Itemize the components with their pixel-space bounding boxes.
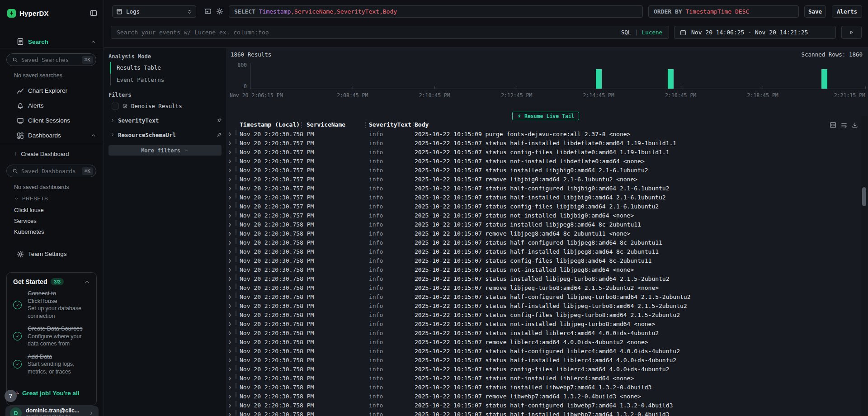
table-row[interactable]: ❯Nov 20 2:20:30.757 PMinfo2025-10-22 10:…	[226, 166, 868, 175]
table-row[interactable]: ❯Nov 20 2:20:30.758 PMinfo2025-10-22 10:…	[226, 284, 868, 293]
table-row[interactable]: ❯Nov 20 2:20:30.758 PMinfo2025-10-22 10:…	[226, 320, 868, 329]
search-input[interactable]: Search your events w/ Lucene ex. column:…	[111, 26, 669, 39]
table-row[interactable]: ❯Nov 20 2:20:30.757 PMinfo2025-10-22 10:…	[226, 157, 868, 166]
sidebar-item-dashboards[interactable]: Dashboards	[0, 128, 104, 143]
expand-row-icon[interactable]: ❯	[228, 256, 231, 265]
expand-row-icon[interactable]: ❯	[228, 392, 231, 401]
expand-row-icon[interactable]: ❯	[228, 320, 231, 329]
table-row[interactable]: ❯Nov 20 2:20:30.758 PMinfo2025-10-22 10:…	[226, 247, 868, 256]
expand-row-icon[interactable]: ❯	[228, 274, 231, 284]
query-language-toggle[interactable]: SQL | Lucene	[621, 29, 662, 36]
sidebar-item-alerts[interactable]: Alerts	[0, 98, 104, 113]
preset-kubernetes[interactable]: Kubernetes	[0, 226, 104, 237]
expand-row-icon[interactable]: ❯	[228, 284, 231, 293]
table-row[interactable]: ❯Nov 20 2:20:30.758 PMinfo2025-10-22 10:…	[226, 311, 868, 320]
run-query-button[interactable]	[841, 26, 862, 39]
preset-services[interactable]: Services	[0, 215, 104, 226]
column-separator[interactable]	[413, 122, 414, 128]
histogram-bar[interactable]	[668, 69, 674, 89]
expand-row-icon[interactable]: ❯	[228, 229, 231, 238]
chevron-up-icon[interactable]	[90, 39, 96, 45]
chevron-up-icon[interactable]	[84, 279, 90, 285]
table-row[interactable]: ❯Nov 20 2:20:30.758 PMinfo2025-10-22 10:…	[226, 347, 868, 356]
table-row[interactable]: ❯Nov 20 2:20:30.758 PMinfo2025-10-22 10:…	[226, 338, 868, 347]
table-row[interactable]: ❯Nov 20 2:20:30.757 PMinfo2025-10-22 10:…	[226, 139, 868, 148]
table-row[interactable]: ❯Nov 20 2:20:30.758 PMinfo2025-10-22 10:…	[226, 392, 868, 401]
column-header-body[interactable]: Body	[415, 121, 429, 128]
column-header-timestamp-local-[interactable]: Timestamp (Local)	[240, 121, 300, 128]
expand-row-icon[interactable]: ❯	[228, 193, 231, 202]
column-header-servicename[interactable]: ServiceName	[307, 121, 345, 128]
table-row[interactable]: ❯Nov 20 2:20:30.758 PMinfo2025-10-22 10:…	[226, 229, 868, 238]
expand-row-icon[interactable]: ❯	[228, 293, 231, 302]
analysis-mode-event-patterns[interactable]: Event Patterns	[110, 74, 164, 86]
expand-row-icon[interactable]: ❯	[228, 356, 231, 365]
alerts-button[interactable]: Alerts	[832, 5, 862, 18]
table-row[interactable]: ❯Nov 20 2:20:30.757 PMinfo2025-10-22 10:…	[226, 184, 868, 193]
expand-row-icon[interactable]: ❯	[228, 220, 231, 229]
table-row[interactable]: ❯Nov 20 2:20:30.758 PMinfo2025-10-22 10:…	[226, 410, 868, 416]
denoise-checkbox[interactable]	[112, 103, 118, 109]
expand-row-icon[interactable]: ❯	[228, 139, 231, 148]
scrollbar-track[interactable]	[861, 116, 868, 416]
get-started-item[interactable]: Connect to ClickHouseSet up your databas…	[13, 290, 90, 320]
expand-row-icon[interactable]: ❯	[228, 338, 231, 347]
sidebar-item-client-sessions[interactable]: Client Sessions	[0, 113, 104, 128]
get-started-item[interactable]: Create Data SourcesConfigure where your …	[13, 325, 90, 348]
histogram-bar[interactable]	[596, 69, 602, 89]
get-started-header[interactable]: Get Started 3/3	[13, 278, 90, 285]
table-row[interactable]: ❯Nov 20 2:20:30.758 PMinfo2025-10-22 10:…	[226, 293, 868, 302]
mode-lucene[interactable]: Lucene	[642, 29, 662, 36]
sidebar-section-search[interactable]: Search	[0, 35, 104, 48]
time-range-picker[interactable]: Nov 20 14:06:25 - Nov 20 14:21:25	[674, 26, 836, 39]
user-profile[interactable]: D dominic.tran@clic... dominic.tran@clic…	[5, 406, 99, 416]
expand-row-icon[interactable]: ❯	[228, 130, 231, 139]
table-row[interactable]: ❯Nov 20 2:20:30.758 PMinfo2025-10-22 10:…	[226, 329, 868, 338]
expand-row-icon[interactable]: ❯	[228, 311, 231, 320]
help-button[interactable]: ?	[5, 390, 17, 402]
preset-clickhouse[interactable]: ClickHouse	[0, 204, 104, 215]
chevron-up-icon[interactable]	[90, 132, 96, 138]
gear-icon[interactable]	[216, 8, 223, 15]
expand-row-icon[interactable]: ❯	[228, 410, 231, 416]
table-row[interactable]: ❯Nov 20 2:20:30.758 PMinfo2025-10-22 10:…	[226, 256, 868, 265]
table-row[interactable]: ❯Nov 20 2:20:30.758 PMinfo2025-10-22 10:…	[226, 383, 868, 392]
filter-group-resourceschemaurl[interactable]: ResourceSchemaUrl	[110, 130, 222, 139]
expand-row-icon[interactable]: ❯	[228, 157, 231, 166]
table-row[interactable]: ❯Nov 20 2:20:30.758 PMinfo2025-10-22 10:…	[226, 220, 868, 229]
sidebar-item-team-settings[interactable]: Team Settings	[0, 246, 104, 261]
table-row[interactable]: ❯Nov 20 2:20:30.758 PMinfo2025-10-22 10:…	[226, 302, 868, 311]
expand-row-icon[interactable]: ❯	[228, 265, 231, 274]
table-row[interactable]: ❯Nov 20 2:20:30.758 PMinfo2025-10-22 10:…	[226, 130, 868, 139]
saved-searches-input[interactable]: Saved Searches ⌘K	[6, 53, 96, 66]
expand-row-icon[interactable]: ❯	[228, 166, 231, 175]
filter-group-severitytext[interactable]: SeverityText	[110, 116, 222, 125]
expand-row-icon[interactable]: ❯	[228, 383, 231, 392]
expand-row-icon[interactable]: ❯	[228, 202, 231, 211]
save-button[interactable]: Save	[804, 5, 826, 18]
collapse-sidebar-icon[interactable]	[90, 9, 97, 17]
expand-row-icon[interactable]: ❯	[228, 175, 231, 184]
more-filters-button[interactable]: More filters	[108, 145, 222, 156]
expand-row-icon[interactable]: ❯	[228, 302, 231, 311]
analysis-mode-results-table[interactable]: Results Table	[110, 61, 164, 74]
pin-icon[interactable]	[216, 118, 222, 123]
get-started-item[interactable]: Add DataStart sending logs, metrics, or …	[13, 353, 90, 376]
expand-row-icon[interactable]: ❯	[228, 148, 231, 157]
scrollbar-thumb[interactable]	[862, 187, 866, 206]
sql-select-editor[interactable]: SELECT Timestamp,ServiceName,SeverityTex…	[229, 5, 643, 18]
source-select[interactable]: Logs	[112, 5, 196, 18]
saved-dashboards-input[interactable]: Saved Dashboards ⌘K	[6, 165, 96, 177]
table-row[interactable]: ❯Nov 20 2:20:30.757 PMinfo2025-10-22 10:…	[226, 148, 868, 157]
order-by-editor[interactable]: ORDER BY TimestampTime DESC	[648, 5, 799, 18]
resume-live-tail-button[interactable]: Resume Live Tail	[512, 112, 579, 120]
histogram-bar[interactable]	[821, 69, 827, 89]
expand-row-icon[interactable]: ❯	[228, 238, 231, 247]
expand-row-icon[interactable]: ❯	[228, 347, 231, 356]
column-separator[interactable]	[301, 122, 302, 128]
mode-sql[interactable]: SQL	[621, 29, 632, 36]
table-row[interactable]: ❯Nov 20 2:20:30.758 PMinfo2025-10-22 10:…	[226, 356, 868, 365]
create-dashboard-button[interactable]: + Create Dashboard	[14, 150, 69, 157]
table-row[interactable]: ❯Nov 20 2:20:30.757 PMinfo2025-10-22 10:…	[226, 211, 868, 220]
table-row[interactable]: ❯Nov 20 2:20:30.758 PMinfo2025-10-22 10:…	[226, 238, 868, 247]
